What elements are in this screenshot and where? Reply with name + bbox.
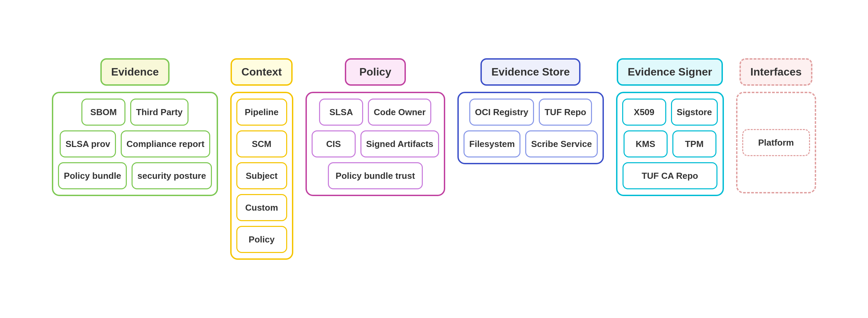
evidence-slsa-prov: SLSA prov — [60, 130, 116, 157]
context-policy: Policy — [236, 226, 287, 253]
interfaces-container: Platform — [736, 92, 816, 193]
interfaces-header: Interfaces — [739, 58, 812, 86]
evidence-column: Evidence SBOM Third Party SLSA prov Comp… — [52, 58, 218, 196]
context-header: Context — [231, 58, 293, 86]
evidence-policy-bundle: Policy bundle — [58, 162, 127, 189]
estore-row-2: Filesystem Scribe Service — [463, 130, 598, 157]
main-diagram: Evidence SBOM Third Party SLSA prov Comp… — [25, 38, 843, 280]
esigner-kms: KMS — [624, 130, 668, 157]
policy-slsa: SLSA — [319, 99, 363, 126]
interfaces-column: Interfaces Platform — [736, 58, 816, 193]
estore-filesystem: Filesystem — [463, 130, 520, 157]
context-scm: SCM — [236, 130, 287, 157]
evidence-row-3: Policy bundle security posture — [58, 162, 212, 189]
policy-row-2: CIS Signed Artifacts — [312, 130, 439, 157]
esigner-row-1: X509 Sigstore — [622, 99, 718, 126]
evidence-sbom: SBOM — [81, 99, 125, 126]
evidence-row-2: SLSA prov Compliance report — [60, 130, 210, 157]
context-column: Context Pipeline SCM Subject Custom Poli… — [230, 58, 293, 260]
context-pipeline: Pipeline — [236, 99, 287, 126]
policy-code-owner: Code Owner — [368, 99, 431, 126]
evidence-store-container: OCI Registry TUF Repo Filesystem Scribe … — [457, 92, 604, 164]
context-container: Pipeline SCM Subject Custom Policy — [230, 92, 293, 260]
esigner-x509: X509 — [622, 99, 666, 126]
policy-signed-artifacts: Signed Artifacts — [360, 130, 439, 157]
evidence-store-header: Evidence Store — [480, 58, 580, 86]
policy-row-1: SLSA Code Owner — [319, 99, 431, 126]
policy-column: Policy SLSA Code Owner CIS Signed Artifa… — [305, 58, 445, 196]
policy-header: Policy — [345, 58, 406, 86]
evidence-security-posture: security posture — [132, 162, 212, 189]
evidence-signer-column: Evidence Signer X509 Sigstore KMS TPM — [616, 58, 724, 196]
evidence-signer-header: Evidence Signer — [617, 58, 723, 86]
policy-bundle-trust: Policy bundle trust — [328, 162, 423, 189]
policy-row-3: Policy bundle trust — [328, 162, 423, 189]
evidence-signer-container: X509 Sigstore KMS TPM TUF CA Repo — [616, 92, 724, 196]
estore-oci-registry: OCI Registry — [469, 99, 534, 126]
evidence-store-column: Evidence Store OCI Registry TUF Repo Fil… — [457, 58, 604, 164]
esigner-sigstore: Sigstore — [671, 99, 718, 126]
evidence-row-1: SBOM Third Party — [81, 99, 188, 126]
evidence-header: Evidence — [100, 58, 170, 86]
esigner-tpm: TPM — [672, 130, 716, 157]
evidence-compliance-report: Compliance report — [121, 130, 210, 157]
estore-row-1: OCI Registry TUF Repo — [469, 99, 592, 126]
policy-cis: CIS — [312, 130, 356, 157]
context-subject: Subject — [236, 162, 287, 189]
context-custom: Custom — [236, 194, 287, 221]
policy-container: SLSA Code Owner CIS Signed Artifacts Pol… — [305, 92, 445, 196]
interfaces-platform: Platform — [742, 129, 810, 156]
esigner-row-2: KMS TPM — [624, 130, 716, 157]
evidence-container: SBOM Third Party SLSA prov Compliance re… — [52, 92, 218, 196]
evidence-third-party: Third Party — [130, 99, 188, 126]
estore-scribe-service: Scribe Service — [525, 130, 597, 157]
esigner-tuf-ca-repo: TUF CA Repo — [623, 162, 717, 189]
esigner-row-3: TUF CA Repo — [623, 162, 717, 189]
estore-tuf-repo: TUF Repo — [539, 99, 592, 126]
